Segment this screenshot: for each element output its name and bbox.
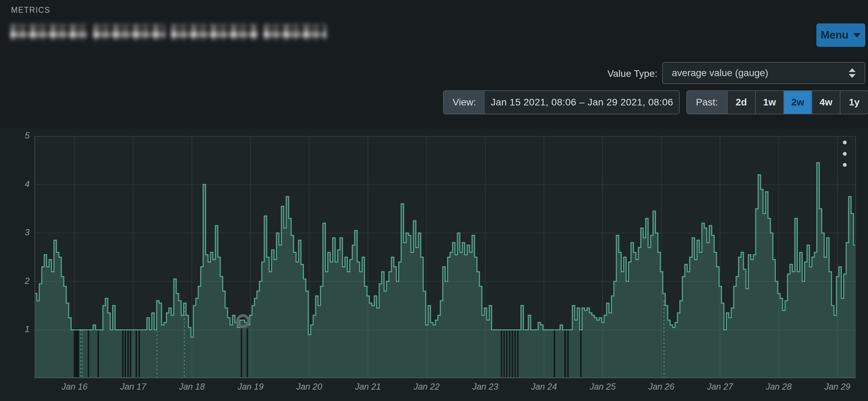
redacted-title-segment xyxy=(93,24,166,40)
x-axis-tick-jan-28: Jan 28 xyxy=(755,382,803,392)
x-axis-tick-jan-23: Jan 23 xyxy=(461,382,509,392)
menu-button-label: Menu xyxy=(821,29,849,41)
redacted-title xyxy=(10,24,326,41)
y-axis-tick-2: 2 xyxy=(9,276,30,286)
past-range-control: Past: 2d1w2w4w1y xyxy=(686,90,868,114)
chart-panel: 54321 Jan 16Jan 17Jan 18Jan 19Jan 20Jan … xyxy=(0,128,868,401)
x-axis-tick-jan-19: Jan 19 xyxy=(226,382,275,392)
y-axis-tick-5: 5 xyxy=(9,131,30,141)
x-axis-tick-jan-26: Jan 26 xyxy=(637,382,686,392)
y-axis-tick-3: 3 xyxy=(9,227,30,237)
x-axis-tick-jan-18: Jan 18 xyxy=(168,382,216,392)
select-stepper-icon xyxy=(849,68,856,78)
view-date-range[interactable]: Jan 15 2021, 08:06 – Jan 29 2021, 08:06 xyxy=(485,91,679,114)
x-axis-tick-jan-29: Jan 29 xyxy=(813,382,861,392)
past-option-2d[interactable]: 2d xyxy=(727,91,755,114)
y-axis-tick-4: 4 xyxy=(9,179,30,189)
value-type-label: Value Type: xyxy=(537,68,657,79)
x-axis-tick-jan-22: Jan 22 xyxy=(403,382,451,392)
x-axis-tick-jan-25: Jan 25 xyxy=(579,382,627,392)
redacted-title-segment xyxy=(171,24,258,40)
metrics-screen: METRICS Menu Value Type: average value (… xyxy=(0,0,868,401)
x-axis-tick-jan-24: Jan 24 xyxy=(520,382,568,392)
x-axis-tick-jan-16: Jan 16 xyxy=(51,382,99,392)
view-range-control: View: Jan 15 2021, 08:06 – Jan 29 2021, … xyxy=(443,90,680,114)
page-eyebrow: METRICS xyxy=(11,6,50,15)
chart-svg[interactable] xyxy=(34,136,856,378)
caret-down-icon xyxy=(853,33,861,38)
past-option-4w[interactable]: 4w xyxy=(812,91,840,114)
past-option-1w[interactable]: 1w xyxy=(755,91,783,114)
x-axis-tick-jan-27: Jan 27 xyxy=(696,382,744,392)
past-option-2w[interactable]: 2w xyxy=(783,91,812,114)
value-type-selected-option: average value (gauge) xyxy=(672,68,849,79)
past-option-1y[interactable]: 1y xyxy=(840,91,868,114)
redacted-title-segment xyxy=(10,24,88,40)
x-axis-tick-jan-20: Jan 20 xyxy=(285,382,334,392)
chart-menu-button[interactable] xyxy=(837,141,852,167)
metrics-chart[interactable] xyxy=(34,136,856,378)
x-axis-tick-jan-21: Jan 21 xyxy=(344,382,392,392)
x-axis-tick-jan-17: Jan 17 xyxy=(109,382,157,392)
y-axis-tick-1: 1 xyxy=(9,324,30,334)
view-label: View: xyxy=(444,91,485,114)
value-type-select[interactable]: average value (gauge) xyxy=(662,62,865,84)
past-label: Past: xyxy=(687,91,727,114)
redacted-title-segment xyxy=(264,24,326,40)
menu-button[interactable]: Menu xyxy=(816,23,865,47)
